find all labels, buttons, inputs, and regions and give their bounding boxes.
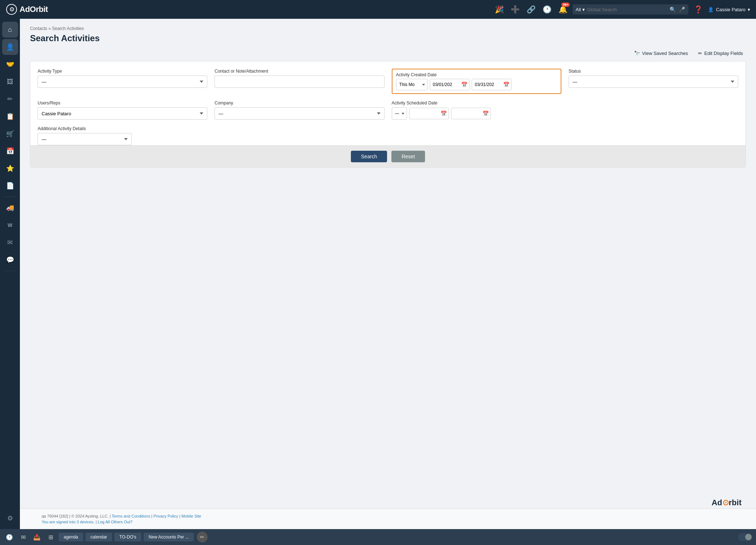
scheduled-preset-select[interactable]: — <box>392 107 407 120</box>
taskbar-inbox-icon[interactable]: 📥 <box>31 531 43 543</box>
form-row-2: Users/Reps Cassie Pataro Company — <box>38 100 738 120</box>
user-menu[interactable]: 👤 Cassie Pataro ▾ <box>708 7 750 12</box>
history-icon[interactable]: 🕐 <box>541 3 553 16</box>
pencil-circle-icon: ✏ <box>698 51 702 56</box>
binoculars-icon: 🔭 <box>634 51 640 56</box>
search-input[interactable] <box>587 7 667 12</box>
date-from-input[interactable] <box>430 79 470 90</box>
microphone-icon[interactable]: 🎤 <box>678 6 685 13</box>
taskbar-tab-todos[interactable]: TO-DO's <box>114 533 141 541</box>
search-scope-selector[interactable]: All ▾ <box>576 7 585 12</box>
contact-note-input[interactable] <box>215 76 384 88</box>
footer: qa 76044 [182] | © 2024 Aysling, LLC. | … <box>20 508 756 529</box>
status-group: Status — <box>569 69 738 88</box>
status-label: Status <box>569 69 738 74</box>
footer-signed-in-link[interactable]: You are signed into 3 devices. <box>42 520 94 524</box>
sidebar-item-contacts[interactable]: 👤 <box>2 39 18 55</box>
search-form: Activity Type — Contact or Note/Attachme… <box>30 61 746 168</box>
form-row-3: Additional Activity Details — <box>38 126 738 145</box>
activity-created-date-group: Activity Created Date This Mo Last Mo Th… <box>392 69 561 94</box>
footer-terms-link[interactable]: Terms and Conditions <box>112 514 150 518</box>
sidebar-item-cart[interactable]: 🛒 <box>2 126 18 142</box>
company-select[interactable]: — <box>215 107 384 120</box>
sidebar-item-clipboard[interactable]: 📋 <box>2 108 18 124</box>
svg-text:⊙: ⊙ <box>9 6 14 12</box>
sidebar-item-calendar[interactable]: 📅 <box>2 143 18 159</box>
scheduled-from-wrapper: 📅 <box>409 108 449 119</box>
activity-created-date-label: Activity Created Date <box>396 72 557 77</box>
taskbar-clock-icon[interactable]: 🕐 <box>4 531 15 543</box>
view-saved-searches-button[interactable]: 🔭 View Saved Searches <box>631 49 691 57</box>
nav-icons: 🎉 ➕ 🔗 🕐 🔔 99+ All ▾ 🔍 🎤 ❓ 👤 Cassie Patar… <box>493 3 750 16</box>
footer-wrapper: qa 76044 [182] | © 2024 Aysling, LLC. | … <box>20 508 756 529</box>
taskbar-toggle[interactable] <box>738 533 752 541</box>
taskbar-tab-agenda[interactable]: agenda <box>59 533 83 541</box>
logo[interactable]: ⊙ AdOrbit <box>6 4 48 15</box>
activity-type-label: Activity Type <box>38 69 207 74</box>
reset-button[interactable]: Reset <box>391 151 425 162</box>
sidebar-item-home[interactable]: ⌂ <box>2 22 18 38</box>
sidebar-item-settings[interactable]: ⚙ <box>2 510 18 526</box>
link-icon[interactable]: 🔗 <box>525 3 537 16</box>
edit-display-fields-button[interactable]: ✏ Edit Display Fields <box>695 49 746 57</box>
sidebar-item-edit[interactable]: ✏ <box>2 91 18 107</box>
breadcrumb-current: Search Activities <box>52 26 84 31</box>
taskbar-tab-calendar[interactable]: calendar <box>85 533 112 541</box>
celebrate-icon[interactable]: 🎉 <box>493 3 505 16</box>
sidebar-item-document[interactable]: 📄 <box>2 178 18 194</box>
sidebar-item-chat[interactable]: 💬 <box>2 252 18 268</box>
user-name: Cassie Pataro <box>716 7 746 12</box>
activity-type-group: Activity Type — <box>38 69 207 88</box>
date-to-input[interactable] <box>472 79 511 90</box>
scheduled-to-input[interactable] <box>451 108 491 119</box>
sidebar-item-truck[interactable]: 🚚 <box>2 200 18 216</box>
scheduled-from-input[interactable] <box>409 108 449 119</box>
toolbar: 🔭 View Saved Searches ✏ Edit Display Fie… <box>30 49 746 57</box>
taskbar-right <box>738 533 752 541</box>
users-reps-label: Users/Reps <box>38 100 207 106</box>
sidebar-item-gallery[interactable]: 🖼 <box>2 74 18 90</box>
search-submit-icon[interactable]: 🔍 <box>669 6 676 13</box>
footer-mobile-link[interactable]: Mobile Site <box>182 514 201 518</box>
add-icon[interactable]: ➕ <box>509 3 521 16</box>
breadcrumb-separator: » <box>48 26 52 31</box>
sidebar-item-mail[interactable]: ✉ <box>2 235 18 250</box>
user-avatar-icon: 👤 <box>708 7 714 12</box>
additional-select[interactable]: — <box>38 133 132 145</box>
footer-privacy-link[interactable]: Privacy Policy <box>153 514 178 518</box>
help-icon[interactable]: ❓ <box>692 3 704 16</box>
taskbar-tab-new-accounts[interactable]: New Accounts Per ... <box>144 533 194 541</box>
company-group: Company — <box>215 100 384 120</box>
taskbar-mail-icon[interactable]: ✉ <box>17 531 29 543</box>
footer-logo: Ad⊙rbit <box>712 498 742 507</box>
sidebar-item-star[interactable]: ⭐ <box>2 160 18 176</box>
contact-note-label: Contact or Note/Attachment <box>215 69 384 74</box>
breadcrumb: Contacts » Search Activities <box>30 26 746 31</box>
app-name: AdOrbit <box>20 5 48 14</box>
search-button[interactable]: Search <box>351 151 387 162</box>
form-row-1: Activity Type — Contact or Note/Attachme… <box>38 69 738 94</box>
toggle-knob <box>745 534 752 540</box>
taskbar-apps-icon[interactable]: ⊞ <box>45 531 56 543</box>
status-select[interactable]: — <box>569 76 738 88</box>
contact-note-group: Contact or Note/Attachment <box>215 69 384 88</box>
sidebar-item-handshake[interactable]: 🤝 <box>2 56 18 72</box>
breadcrumb-parent[interactable]: Contacts <box>30 26 47 31</box>
taskbar-edit-icon[interactable]: ✏ <box>197 532 208 542</box>
footer-copyright: qa 76044 [182] | © 2024 Aysling, LLC. | <box>42 514 111 518</box>
sidebar-item-word[interactable]: W <box>2 217 18 233</box>
sidebar-divider-2 <box>4 271 17 271</box>
main-content: Contacts » Search Activities Search Acti… <box>20 19 756 529</box>
app-layout: ⌂ 👤 🤝 🖼 ✏ 📋 🛒 📅 ⭐ 📄 🚚 W ✉ 💬 ⚙ Contacts »… <box>0 19 756 529</box>
additional-activity-group: Additional Activity Details — <box>38 126 132 145</box>
scheduled-date-controls: — 📅 📅 <box>392 107 561 120</box>
scheduled-to-wrapper: 📅 <box>451 108 491 119</box>
activity-created-date-box: Activity Created Date This Mo Last Mo Th… <box>392 69 561 94</box>
users-reps-select[interactable]: Cassie Pataro <box>38 107 207 120</box>
footer-logout-link[interactable]: Log All Others Out? <box>98 520 132 524</box>
date-preset-select[interactable]: This Mo Last Mo This Week Custom <box>396 79 428 90</box>
notification-icon[interactable]: 🔔 99+ <box>557 3 569 16</box>
activity-type-select[interactable]: — <box>38 76 207 88</box>
date-to-wrapper: 📅 <box>472 79 511 90</box>
global-search: All ▾ 🔍 🎤 <box>573 4 688 14</box>
